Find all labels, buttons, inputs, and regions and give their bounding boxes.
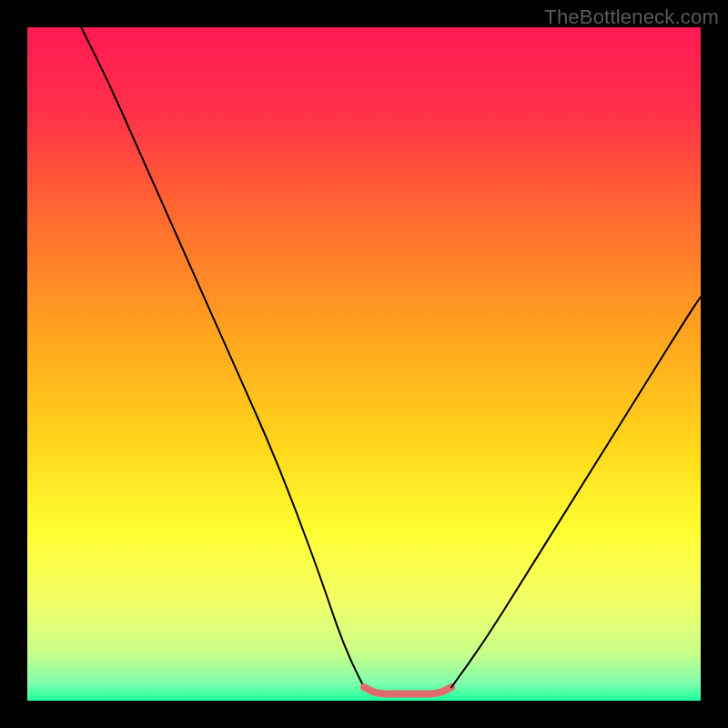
bottleneck-curve-chart: [0, 0, 728, 728]
watermark-label: TheBottleneck.com: [544, 5, 719, 29]
chart-frame: TheBottleneck.com: [0, 0, 728, 728]
